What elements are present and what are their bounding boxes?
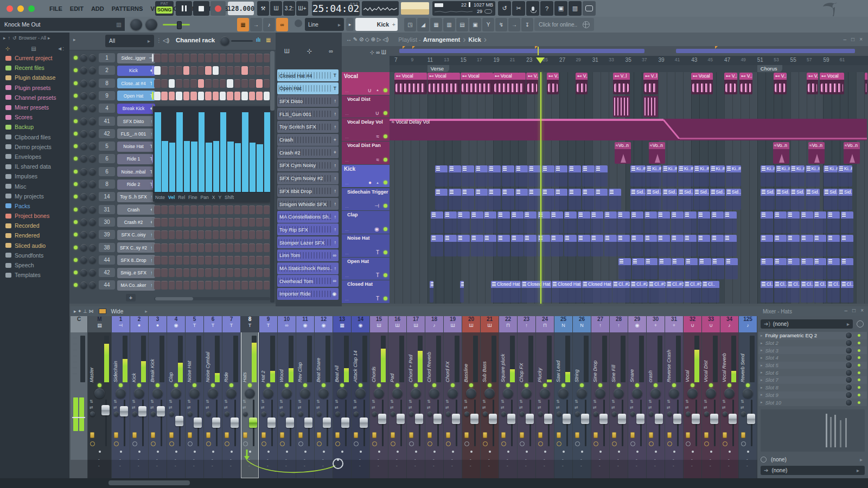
channel-mixer-track[interactable]: 5 — [99, 142, 115, 151]
pattern-clip[interactable] — [511, 211, 524, 233]
channel-target-tab[interactable] — [152, 66, 154, 74]
mixer-strip-pad[interactable]: 16ШPad⇅⇄ˆˆ — [388, 316, 406, 478]
fx-slot-led[interactable] — [858, 378, 860, 381]
step-cell[interactable] — [241, 66, 248, 75]
strip-pan-knob[interactable] — [540, 388, 550, 399]
step-cell[interactable] — [154, 54, 161, 62]
swap-arrows-icon[interactable]: ⇄ — [648, 406, 652, 410]
step-cell[interactable] — [227, 206, 233, 214]
velocity-bar[interactable] — [227, 142, 234, 192]
pattern-clip[interactable] — [659, 258, 671, 280]
mixer-strip-sub-bass[interactable]: 21ШSub Bass⇅⇄ˆˆ — [481, 316, 499, 478]
strip-enable-led[interactable] — [229, 383, 233, 387]
picker-item-open-hat[interactable]: Open HatT — [277, 82, 339, 94]
strip-enable-led[interactable] — [746, 383, 750, 387]
strip-enable-led[interactable] — [119, 383, 123, 387]
pattern-clip[interactable] — [724, 235, 737, 256]
mixer-strip-saw-lead[interactable]: 25NSaw Lead⇅⇄ˆˆ — [554, 316, 572, 478]
pattern-clip[interactable] — [471, 235, 483, 256]
step-cell[interactable] — [249, 281, 256, 290]
browser-item-speech[interactable]: Speech — [0, 260, 69, 270]
channel-volume-knob[interactable] — [89, 67, 96, 74]
pattern-clip[interactable] — [787, 211, 800, 233]
swap-arrows-icon[interactable]: ⇄ — [704, 406, 707, 410]
pattern-clip[interactable] — [488, 189, 501, 210]
swap-arrows-icon[interactable]: ⇄ — [556, 406, 560, 410]
stop-button[interactable] — [193, 1, 209, 16]
velocity-bar[interactable] — [257, 144, 263, 192]
strip-pan-knob[interactable] — [318, 388, 329, 399]
mute-switch[interactable] — [372, 432, 376, 438]
pattern-clip[interactable]: Ki..#2 — [630, 165, 646, 187]
pattern-clip[interactable] — [698, 235, 710, 256]
pattern-clip[interactable]: Sid..2 — [761, 189, 775, 210]
strip-enable-led[interactable] — [98, 383, 101, 387]
tempo-value[interactable]: 128.000 — [227, 5, 255, 12]
traffic-lights[interactable] — [0, 5, 39, 12]
browser-item-recent-files[interactable]: Recent files — [0, 63, 69, 73]
mute-switch[interactable] — [225, 432, 229, 438]
pattern-clip[interactable] — [644, 235, 657, 256]
step-cell[interactable] — [227, 66, 233, 75]
pattern-clip[interactable] — [787, 258, 800, 280]
velocity-bar[interactable] — [169, 143, 176, 192]
channel-volume-knob[interactable] — [89, 181, 96, 188]
current-fader-right[interactable] — [79, 397, 84, 431]
pattern-clip[interactable]: Sid..2 — [678, 189, 693, 210]
delay-clock-icon[interactable] — [151, 441, 156, 446]
strip-header[interactable]: 22П — [499, 316, 517, 332]
mute-switch[interactable] — [723, 432, 727, 438]
strip-header[interactable]: 12◉ — [315, 316, 333, 332]
channel-volume-knob[interactable] — [89, 219, 96, 226]
pattern-clip[interactable] — [515, 189, 528, 210]
strip-enable-led[interactable] — [543, 383, 547, 387]
fx-slot-led[interactable] — [858, 356, 860, 359]
step-cell[interactable] — [213, 243, 219, 252]
strip-enable-led[interactable] — [137, 383, 141, 387]
automation-clip[interactable]: ≈ Vocal Delay Vol — [390, 119, 867, 140]
pattern-clip[interactable] — [761, 211, 773, 233]
strip-enable-led[interactable] — [561, 383, 565, 387]
channel-pan-knob[interactable] — [80, 244, 87, 251]
step-cell[interactable] — [264, 243, 270, 252]
strip-enable-led[interactable] — [414, 383, 418, 387]
volume-fader[interactable] — [599, 414, 608, 424]
channel-button-noise-hat[interactable]: Noise HatT — [117, 142, 155, 152]
pattern-clip[interactable]: Sid..2 — [662, 189, 678, 210]
pattern-clip[interactable]: Cl..#3 — [841, 281, 853, 303]
rack-grip[interactable]: ⋮ — [156, 37, 162, 43]
velocity-bar[interactable] — [250, 143, 256, 192]
step-cell[interactable] — [205, 66, 212, 75]
pl-close-icon[interactable]: × — [859, 36, 863, 42]
marker-lane[interactable]: VerseChorus — [390, 65, 868, 72]
picker-item-toy-rip-sfx[interactable]: Toy Rip SFX↑ — [277, 223, 339, 235]
stereo-arrows-icon[interactable]: ⇅ — [242, 400, 246, 404]
audio-clip[interactable]: ⊷ Vocal — [820, 73, 844, 94]
strip-sep-knob[interactable] — [151, 412, 156, 416]
pattern-clip[interactable]: Cl..#2 — [612, 281, 630, 303]
strip-pan-knob[interactable] — [484, 388, 495, 399]
stereo-arrows-icon[interactable]: ⇅ — [206, 400, 209, 404]
picker-item-smigen-whistle-sfx[interactable]: Smigen Whistle SFX↑ — [277, 198, 339, 210]
menu-item-edit[interactable]: EDIT — [66, 5, 87, 12]
pattern-clip[interactable] — [774, 211, 787, 233]
step-cell[interactable] — [169, 206, 175, 214]
fx-slot-1[interactable]: ▸Fruity parametric EQ 2 — [758, 332, 867, 339]
step-cell[interactable] — [220, 243, 226, 252]
mixer-color-swatch[interactable] — [99, 309, 106, 314]
channel-mixer-track[interactable]: 4 — [99, 104, 115, 113]
delay-clock-icon[interactable] — [206, 441, 211, 446]
stereo-arrows-icon[interactable]: ⇅ — [390, 400, 394, 404]
channel-mixer-track[interactable]: 8 — [99, 179, 115, 189]
step-cell[interactable] — [183, 230, 190, 239]
playhead-marker[interactable] — [536, 57, 545, 63]
rack-collapse-icon[interactable]: ▸ — [73, 37, 76, 42]
top-button-4[interactable]: ▣ — [554, 1, 567, 16]
strip-enable-led[interactable] — [432, 383, 436, 387]
step-cell[interactable] — [213, 206, 219, 214]
strip-sep-knob[interactable] — [427, 412, 432, 416]
strip-sep-knob[interactable] — [575, 412, 580, 416]
pattern-clip[interactable]: Sid..2 — [776, 189, 790, 210]
velocity-bar[interactable] — [184, 141, 190, 192]
picker-item-ma-staticshock-retro-[interactable]: MA StaticShock Retro..↑ — [277, 262, 339, 274]
